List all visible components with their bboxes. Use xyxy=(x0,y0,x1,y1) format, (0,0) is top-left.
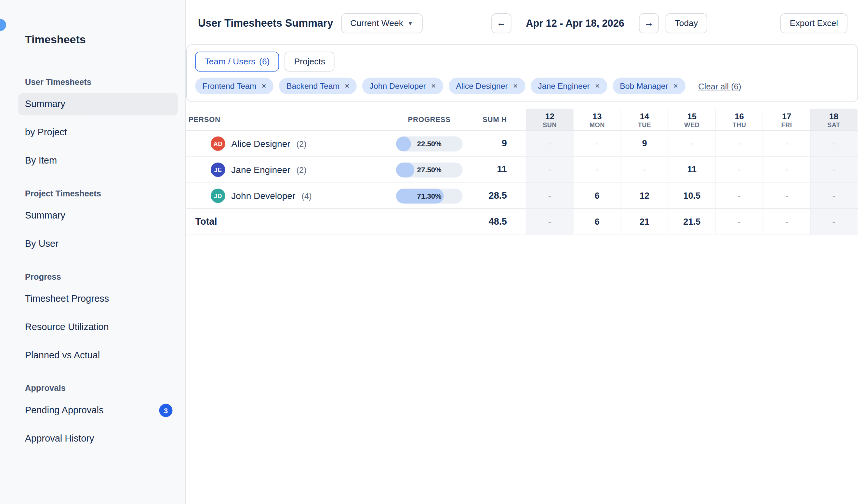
sidebar-item-planned-vs-actual[interactable]: Planned vs Actual xyxy=(18,344,178,366)
day-cell[interactable]: - xyxy=(763,157,810,182)
clear-all-filters-link[interactable]: Clear all (6) xyxy=(698,81,741,91)
progress-value: 27.50% xyxy=(417,165,441,174)
day-cell[interactable]: - xyxy=(573,157,621,182)
prev-week-button[interactable]: ← xyxy=(491,13,511,33)
chip-label: Frontend Team xyxy=(203,81,257,90)
export-excel-button[interactable]: Export Excel xyxy=(780,13,847,33)
day-name: TUE xyxy=(638,121,651,128)
day-cell[interactable]: - xyxy=(715,183,763,209)
day-number: 12 xyxy=(545,111,554,121)
sidebar-item-label: By User xyxy=(25,238,59,249)
sidebar-item-label: Resource Utilization xyxy=(25,322,109,333)
progress-pill: 22.50% xyxy=(396,136,463,151)
person-cell[interactable]: JEJane Engineer(2) xyxy=(186,157,382,182)
day-cell[interactable]: - xyxy=(810,157,858,182)
remove-chip-icon[interactable]: ✕ xyxy=(673,82,678,89)
day-number: 13 xyxy=(592,111,602,121)
progress-pill: 27.50% xyxy=(396,162,463,177)
sidebar-item-label: Planned vs Actual xyxy=(25,350,100,361)
table-body: ADAlice Designer(2)22.50%9--9----JEJane … xyxy=(186,131,858,209)
day-cell[interactable]: - xyxy=(715,131,763,156)
column-header-sum: SUM H xyxy=(476,109,526,130)
day-number: 14 xyxy=(640,111,649,121)
day-number: 17 xyxy=(782,111,791,121)
sidebar-section-label-project-timesheets: Project Timesheets xyxy=(25,189,178,198)
day-cell[interactable]: 11 xyxy=(668,157,715,182)
tab-label: Team / Users xyxy=(204,56,255,67)
sidebar-item-timesheet-progress[interactable]: Timesheet Progress xyxy=(18,288,178,310)
day-column-header-fri: 17FRI xyxy=(763,109,810,130)
avatar: AD xyxy=(211,137,225,151)
sidebar-nav: User TimesheetsSummaryby ProjectBy ItemP… xyxy=(18,77,178,450)
filter-chips-row: Frontend Team✕Backend Team✕John Develope… xyxy=(195,78,849,94)
sidebar-section-label-approvals: Approvals xyxy=(25,383,178,393)
day-cell[interactable]: - xyxy=(668,131,715,156)
total-day-cell: - xyxy=(715,209,763,235)
filter-chip-john-developer[interactable]: John Developer✕ xyxy=(362,78,443,94)
person-cell[interactable]: JDJohn Developer(4) xyxy=(186,183,382,209)
filter-chip-alice-designer[interactable]: Alice Designer✕ xyxy=(449,78,525,94)
day-cell[interactable]: - xyxy=(621,157,668,182)
person-name: Jane Engineer xyxy=(231,165,290,175)
timesheets-app: Timesheets User TimesheetsSummaryby Proj… xyxy=(0,0,863,504)
day-column-header-wed: 15WED xyxy=(668,109,715,130)
filter-panel: Team / Users (6) Projects Frontend Team✕… xyxy=(186,44,858,102)
day-cell[interactable]: - xyxy=(526,157,573,182)
sidebar-item-label: by Project xyxy=(25,127,67,138)
sidebar-title: Timesheets xyxy=(25,33,178,46)
column-header-person: PERSON xyxy=(186,109,382,130)
filter-chip-jane-engineer[interactable]: Jane Engineer✕ xyxy=(531,78,607,94)
day-cell[interactable]: 6 xyxy=(573,183,621,209)
table-total-container: Total48.5-62121.5--- xyxy=(186,209,858,235)
filter-chip-backend-team[interactable]: Backend Team✕ xyxy=(279,78,357,94)
sidebar-item-by-item[interactable]: By Item xyxy=(18,150,178,172)
day-column-header-mon: 13MON xyxy=(573,109,621,130)
sidebar-item-approval-history[interactable]: Approval History xyxy=(18,428,178,450)
day-cell[interactable]: - xyxy=(526,131,573,156)
arrow-left-icon: ← xyxy=(497,18,506,29)
day-cell[interactable]: - xyxy=(526,183,573,209)
day-cell[interactable]: - xyxy=(715,157,763,182)
day-name: FRI xyxy=(781,121,792,128)
day-cell[interactable]: 10.5 xyxy=(668,183,715,209)
sidebar-section-label-progress: Progress xyxy=(25,272,178,281)
today-button[interactable]: Today xyxy=(666,13,708,33)
remove-chip-icon[interactable]: ✕ xyxy=(513,82,518,89)
sidebar-item-resource-utilization[interactable]: Resource Utilization xyxy=(18,316,178,338)
tab-count: (6) xyxy=(259,56,270,67)
table-row-john-developer: JDJohn Developer(4)71.30%28.5-61210.5--- xyxy=(186,183,858,209)
day-cell[interactable]: - xyxy=(763,183,810,209)
sidebar-item-summary[interactable]: Summary xyxy=(18,204,178,227)
day-cell[interactable]: - xyxy=(810,183,858,209)
day-cell[interactable]: - xyxy=(763,131,810,156)
person-cell[interactable]: ADAlice Designer(2) xyxy=(186,131,382,156)
person-count: (4) xyxy=(301,191,312,201)
filter-chip-bob-manager[interactable]: Bob Manager✕ xyxy=(613,78,686,94)
remove-chip-icon[interactable]: ✕ xyxy=(345,82,350,89)
sidebar-item-by-user[interactable]: By User xyxy=(18,233,178,255)
day-cell[interactable]: - xyxy=(810,131,858,156)
day-cell[interactable]: 12 xyxy=(621,183,668,209)
day-name: MON xyxy=(589,121,605,128)
sidebar-item-by-project[interactable]: by Project xyxy=(18,122,178,144)
day-cell[interactable]: 9 xyxy=(621,131,668,156)
filter-chip-frontend-team[interactable]: Frontend Team✕ xyxy=(195,78,274,94)
day-cell[interactable]: - xyxy=(573,131,621,156)
day-number: 18 xyxy=(829,111,838,121)
timesheet-table: PERSON PROGRESS SUM H 12SUN13MON14TUE15W… xyxy=(186,109,858,235)
remove-chip-icon[interactable]: ✕ xyxy=(595,82,600,89)
day-name: WED xyxy=(684,121,699,128)
tab-team-users[interactable]: Team / Users (6) xyxy=(195,52,279,72)
remove-chip-icon[interactable]: ✕ xyxy=(431,82,436,89)
period-selector-dropdown[interactable]: Current Week ▼ xyxy=(341,13,422,33)
sidebar-item-pending-approvals[interactable]: Pending Approvals3 xyxy=(18,399,178,421)
table-total-row: Total48.5-62121.5--- xyxy=(186,209,858,235)
remove-chip-icon[interactable]: ✕ xyxy=(261,82,267,89)
sidebar: Timesheets User TimesheetsSummaryby Proj… xyxy=(0,0,186,504)
tab-projects[interactable]: Projects xyxy=(285,52,335,72)
main-content: User Timesheets Summary Current Week ▼ ←… xyxy=(186,0,863,504)
next-week-button[interactable]: → xyxy=(639,13,659,33)
filter-tabs: Team / Users (6) Projects xyxy=(195,52,849,72)
progress-cell: 27.50% xyxy=(382,157,476,182)
sidebar-item-summary[interactable]: Summary xyxy=(18,93,178,115)
